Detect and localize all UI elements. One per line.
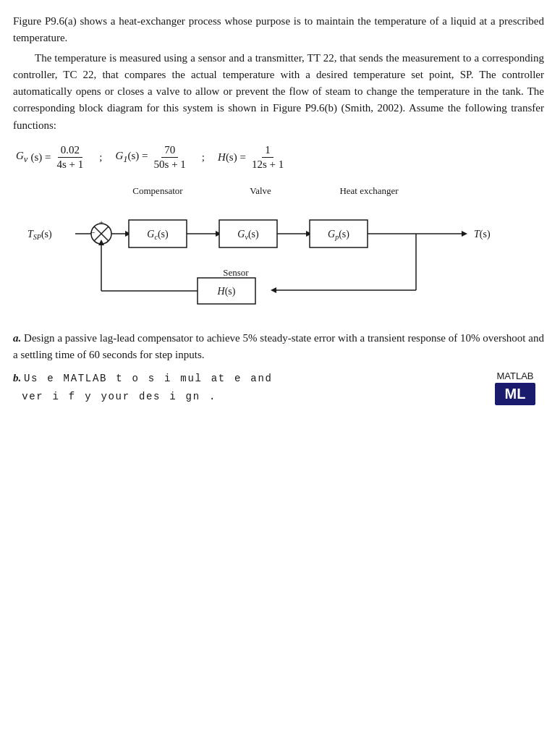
- gv-numerator: 0.02: [58, 144, 82, 158]
- hs-label: H(s): [217, 286, 236, 297]
- gv-subscript: v: [24, 154, 28, 164]
- g1-denominator: 50s + 1: [151, 158, 189, 171]
- tf-gv: Gv(s) = 0.02 4s + 1: [16, 144, 86, 171]
- gv-label: Gv: [16, 150, 27, 165]
- part-b-row: b. Us e MATLAB t o s i mul at e and ver …: [13, 369, 544, 405]
- h-label: H(s) =: [218, 151, 246, 164]
- g1-subscript: 1: [123, 154, 127, 164]
- valve-label: Valve: [250, 185, 271, 196]
- gv-fraction: 0.02 4s + 1: [54, 144, 86, 171]
- part-b-text-container: b. Us e MATLAB t o s i mul at e and ver …: [13, 369, 475, 405]
- diagram-svg: Compensator Valve Heat exchanger TSP(s) …: [14, 178, 543, 323]
- matlab-box: MATLAB ML: [486, 369, 544, 405]
- transfer-functions-line: Gv(s) = 0.02 4s + 1 ; G1(s) = 70 50s + 1…: [13, 144, 544, 171]
- paragraph-1: Figure P9.6(a) shows a heat-exchanger pr…: [13, 13, 544, 47]
- block-diagram: Compensator Valve Heat exchanger TSP(s) …: [14, 178, 543, 323]
- arrowhead-h-in: [271, 287, 276, 293]
- matlab-ml-badge: ML: [495, 383, 536, 405]
- ts-label: T(s): [474, 229, 491, 240]
- semicolon-2: ;: [202, 151, 205, 164]
- part-b-text: Us e MATLAB t o s i mul at e and ver i f…: [13, 373, 273, 402]
- gv-block-label: Gv(s): [237, 229, 259, 241]
- h-numerator: 1: [262, 144, 273, 158]
- paragraph-2: The temperature is measured using a sens…: [13, 50, 544, 134]
- h-denominator: 12s + 1: [249, 158, 287, 171]
- minus-sign: −: [90, 227, 95, 238]
- g1-fraction: 70 50s + 1: [151, 144, 189, 171]
- tsp-label: TSP(s): [27, 229, 52, 241]
- part-a-text: Design a passive lag-lead compensator to…: [13, 332, 544, 360]
- part-a-label: a.: [13, 332, 21, 344]
- gc-label: Gc(s): [147, 229, 169, 241]
- g1-label: G1(s) =: [115, 150, 148, 165]
- plus-sign: +: [99, 218, 103, 226]
- h-fraction: 1 12s + 1: [249, 144, 287, 171]
- part-a: a. Design a passive lag-lead compensator…: [13, 330, 544, 364]
- compensator-label: Compensator: [132, 185, 183, 196]
- matlab-text-label: MATLAB: [496, 370, 533, 381]
- sensor-label: Sensor: [223, 267, 249, 278]
- g1-numerator: 70: [161, 144, 178, 158]
- tf-g1: G1(s) = 70 50s + 1: [115, 144, 188, 171]
- semicolon-1: ;: [99, 151, 102, 164]
- part-b-label: b.: [13, 372, 21, 384]
- heat-exchanger-label: Heat exchanger: [339, 185, 399, 196]
- tf-h: H(s) = 1 12s + 1: [218, 144, 287, 171]
- arrowhead-out: [462, 231, 467, 237]
- gp-label: Gp(s): [328, 229, 349, 241]
- gv-denominator: 4s + 1: [54, 158, 86, 171]
